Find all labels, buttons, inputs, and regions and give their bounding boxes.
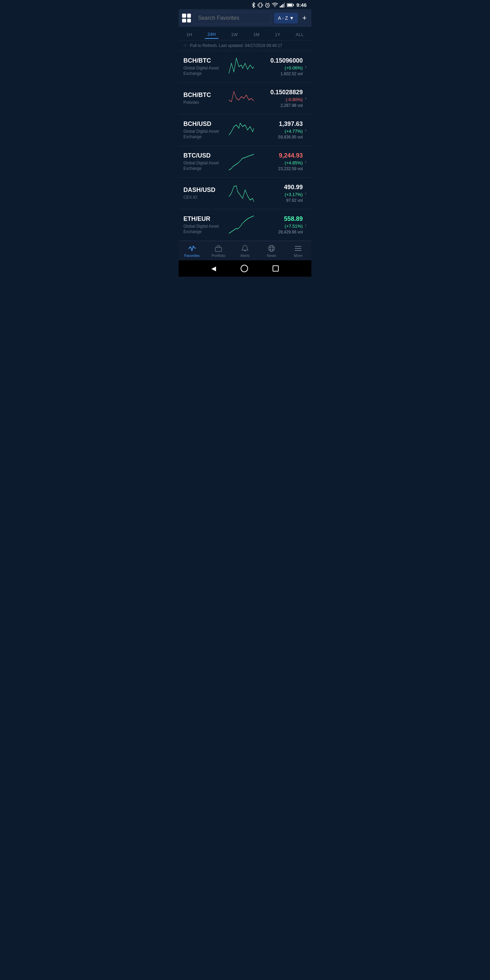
coin-row-eth-eur[interactable]: ETH/EUR Global Digital Asset Exchange 55… — [179, 209, 311, 241]
coin-info-5: ETH/EUR Global Digital Asset Exchange — [183, 215, 228, 234]
coin-change-0: (+0.06%) — [255, 65, 303, 70]
coin-vol-5: 28,429.66 vol — [255, 230, 303, 234]
sort-chevron-icon: ▼ — [289, 15, 294, 21]
signal-icon — [280, 3, 285, 8]
coin-info-3: BTC/USD Global Digital Asset Exchange — [183, 152, 228, 171]
coin-vol-0: 1,602.52 vol — [255, 72, 303, 76]
coin-info-0: BCH/BTC Global Digital Asset Exchange — [183, 57, 228, 76]
coin-price-info-4: 490.99 (+3.17%) 97.62 vol — [255, 184, 303, 203]
svg-point-17 — [270, 245, 273, 251]
filter-all[interactable]: ALL — [293, 30, 306, 39]
chevron-icon-3: › — [305, 159, 307, 165]
coin-change-1: (-0.80%) — [255, 97, 303, 102]
coin-price-info-3: 9,244.93 (+4.85%) 23,232.59 vol — [255, 152, 303, 171]
coin-row-bch-usd[interactable]: BCH/USD Global Digital Asset Exchange 1,… — [179, 115, 311, 146]
nav-favorites[interactable]: Favorites — [179, 241, 205, 260]
coin-row-dash-usd[interactable]: DASH/USD CEX.IO 490.99 (+3.17%) 97.62 vo… — [179, 178, 311, 209]
filter-1y[interactable]: 1Y — [272, 30, 283, 39]
status-icons — [251, 2, 294, 8]
chevron-icon-1: › — [305, 95, 307, 102]
coin-pair-5: ETH/EUR — [183, 215, 228, 223]
alerts-icon — [241, 245, 249, 252]
sort-label: A - Z — [278, 15, 288, 21]
nav-more-label: More — [294, 253, 302, 258]
status-bar: 9:46 — [179, 0, 311, 9]
recents-button[interactable] — [272, 266, 279, 272]
vibrate-icon — [258, 2, 263, 8]
home-button[interactable] — [240, 265, 248, 272]
chevron-icon-5: › — [305, 222, 307, 228]
coin-price-2: 1,397.63 — [255, 121, 303, 127]
refresh-bar: ☞ Pull to Refresh. Last updated: 04/27/2… — [179, 40, 311, 51]
back-button[interactable]: ◀ — [211, 265, 216, 272]
coin-vol-2: 59,836.95 vol — [255, 135, 303, 140]
coin-price-5: 558.89 — [255, 215, 303, 223]
android-nav-bar: ◀ — [179, 260, 311, 277]
coin-price-3: 9,244.93 — [255, 152, 303, 159]
nav-news[interactable]: News — [258, 241, 285, 260]
more-icon — [294, 245, 302, 252]
chevron-icon-4: › — [305, 190, 307, 196]
coin-info-2: BCH/USD Global Digital Asset Exchange — [183, 121, 228, 140]
coin-vol-1: 2,287.98 vol — [255, 103, 303, 108]
svg-rect-10 — [282, 4, 283, 8]
coin-pair-1: BCH/BTC — [183, 92, 228, 99]
filter-1m[interactable]: 1M — [250, 30, 262, 39]
svg-rect-15 — [215, 247, 221, 251]
coin-price-4: 490.99 — [255, 184, 303, 191]
coin-chart-2 — [228, 120, 255, 140]
svg-rect-8 — [280, 6, 281, 8]
coin-exchange-5: Global Digital Asset Exchange — [183, 224, 228, 234]
status-time: 9:46 — [296, 2, 307, 8]
coin-price-1: 0.15028829 — [255, 89, 303, 96]
nav-alerts-label: Alerts — [240, 253, 250, 258]
svg-rect-11 — [284, 3, 285, 8]
coin-price-info-1: 0.15028829 (-0.80%) 2,287.98 vol — [255, 89, 303, 108]
svg-line-6 — [266, 3, 266, 3]
app-header: A - Z ▼ + — [179, 9, 311, 27]
nav-news-label: News — [267, 253, 276, 258]
coin-price-0: 0.15096000 — [255, 57, 303, 64]
nav-favorites-label: Favorites — [184, 253, 199, 258]
coin-row-btc-usd[interactable]: BTC/USD Global Digital Asset Exchange 9,… — [179, 146, 311, 178]
coin-chart-1 — [228, 88, 255, 108]
coin-price-info-2: 1,397.63 (+4.77%) 59,836.95 vol — [255, 121, 303, 140]
coin-exchange-1: Poloniex — [183, 100, 228, 105]
coin-change-5: (+7.51%) — [255, 224, 303, 229]
coin-row-bch-btc-poloniex[interactable]: BCH/BTC Poloniex 0.15028829 (-0.80%) 2,2… — [179, 83, 311, 115]
coin-chart-3 — [228, 151, 255, 172]
coin-pair-0: BCH/BTC — [183, 57, 228, 64]
coin-vol-3: 23,232.59 vol — [255, 166, 303, 171]
bluetooth-icon — [251, 2, 256, 8]
grid-menu-icon[interactable] — [182, 14, 191, 22]
coin-price-info-5: 558.89 (+7.51%) 28,429.66 vol — [255, 215, 303, 234]
coin-chart-0 — [228, 56, 255, 77]
nav-more[interactable]: More — [285, 241, 311, 260]
chevron-icon-2: › — [305, 127, 307, 133]
battery-icon — [287, 3, 294, 7]
filter-24h[interactable]: 24H — [205, 30, 218, 39]
filter-1w[interactable]: 1W — [228, 30, 240, 39]
nav-alerts[interactable]: Alerts — [232, 241, 258, 260]
svg-rect-9 — [281, 5, 282, 8]
nav-portfolio[interactable]: Portfolio — [205, 241, 232, 260]
coin-exchange-2: Global Digital Asset Exchange — [183, 129, 228, 140]
coin-pair-3: BTC/USD — [183, 152, 228, 159]
portfolio-icon — [215, 245, 222, 252]
coin-pair-4: DASH/USD — [183, 186, 228, 194]
favorites-icon — [188, 245, 196, 252]
bottom-navigation: Favorites Portfolio Alerts News — [179, 241, 311, 260]
coin-vol-4: 97.62 vol — [255, 198, 303, 203]
coin-exchange-4: CEX.IO — [183, 195, 228, 200]
svg-rect-13 — [293, 5, 294, 6]
coin-info-4: DASH/USD CEX.IO — [183, 186, 228, 200]
filter-1h[interactable]: 1H — [184, 30, 195, 39]
coin-change-2: (+4.77%) — [255, 129, 303, 134]
time-filter-bar: 1H 24H 1W 1M 1Y ALL — [179, 27, 311, 40]
add-favorite-button[interactable]: + — [301, 14, 308, 22]
search-input[interactable] — [194, 12, 271, 24]
chevron-icon-0: › — [305, 64, 307, 70]
coin-list: BCH/BTC Global Digital Asset Exchange 0.… — [179, 51, 311, 241]
coin-row-bch-btc-gdax[interactable]: BCH/BTC Global Digital Asset Exchange 0.… — [179, 51, 311, 83]
sort-button[interactable]: A - Z ▼ — [274, 13, 298, 24]
